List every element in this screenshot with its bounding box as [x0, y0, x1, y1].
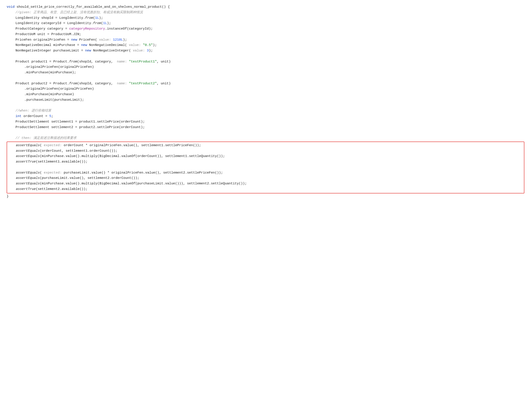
line-product1-chain1: .originalPriceFen(originalPriceFen) [7, 64, 524, 70]
comment-when-text: //when: 进行价格结算 [16, 109, 51, 113]
assert-equals-3: assertEquals [16, 154, 40, 158]
line-ordercount: int orderCount = 5; [7, 114, 524, 119]
assert-equals-2: assertEquals [16, 149, 40, 153]
product2-name: "testProduct2" [129, 82, 157, 86]
line-product1: Product product1 = Product.from(shopId, … [7, 59, 524, 65]
assert2-1: assertEquals( expected: purchaseLimit.va… [16, 170, 522, 176]
blank3 [7, 103, 524, 108]
code-container: void should_settle_price_correctly_for_a… [7, 4, 524, 199]
value-label3: value: [131, 49, 145, 53]
void-keyword: void [7, 5, 15, 9]
comment-then-text: // then: 满足前述注释描述的结果要求 [16, 136, 77, 140]
assert2-3: assertEquals(minPurchase.value().multipl… [16, 181, 522, 187]
blank2 [7, 75, 524, 81]
blank5 [16, 165, 522, 170]
assert-block: assertEquals( expected: orderCount * ori… [7, 142, 524, 194]
assert-true-1: assertTrue [16, 160, 36, 164]
function-name: should_settle_price_correctly_for_availa… [16, 5, 162, 9]
comment-when: //when: 进行价格结算 [7, 108, 524, 114]
line-categoryid: LongIdentity categoryId = LongIdentity.f… [7, 21, 524, 26]
line-purchaselimit: NonNegativeInteger purchaseLimit = new N… [7, 48, 524, 54]
comment-then: // then: 满足前述注释描述的结果要求 [7, 135, 524, 141]
line-product1-chain2: .minPurchase(minPurchase); [7, 70, 524, 75]
jin-const: JIN [73, 32, 79, 36]
expected-label1: expected: [42, 144, 62, 147]
price-val: 1210L [113, 38, 123, 42]
line-shopid: LongIdentity shopId = LongIdentity.from(… [7, 15, 524, 21]
value-label1: value: [97, 38, 111, 42]
expected-label2: expected: [42, 171, 62, 175]
valueof-method2: valueOf [121, 182, 135, 185]
from-method: from [85, 16, 93, 20]
ordercount-val: 5 [49, 114, 51, 118]
line-product2-chain2: .minPurchase(minPurchase) [7, 92, 524, 97]
new-keyword: new [71, 38, 77, 42]
function-signature: void should_settle_price_correctly_for_a… [7, 4, 524, 10]
line-settlement1: ProductSettlement settlement1 = product1… [7, 119, 524, 125]
assert1-1: assertEquals( expected: orderCount * ori… [16, 143, 522, 148]
line-originalprice: PriceFen originalPriceFen = new PriceFen… [7, 37, 524, 43]
comment-given: //given: 正常商品、有货、且已经上架、没有优惠折扣、有或没有购买限制两种… [7, 10, 524, 15]
line-product2-chain1: .originalPriceFen(originalPriceFen) [7, 86, 524, 92]
name-label1: name: [115, 60, 127, 64]
comment-given-text: //given: 正常商品、有货、且已经上架、没有优惠折扣、有或没有购买限制两种… [16, 11, 143, 14]
assert-equals-1: assertEquals [16, 144, 40, 147]
blank1 [7, 54, 524, 59]
minpurchase-val: "0.5" [143, 43, 153, 47]
assert1-4: assertTrue(settlement1.available()); [16, 159, 522, 165]
assert2-2: assertEquals(purchaseLimit.value(), sett… [16, 176, 522, 181]
value-label2: value: [127, 43, 141, 47]
categoryid-val: 1L [103, 21, 107, 25]
line-product2: Product product2 = Product.from(shopId, … [7, 81, 524, 87]
assert2-4: assertTrue(settlement2.available()); [16, 187, 522, 192]
assert-equals-5: assertEquals [16, 176, 40, 180]
line-category: ProductCategory category = categoryRepos… [7, 26, 524, 32]
line-unit: ProductUoM unit = ProductUoM.JIN; [7, 32, 524, 37]
line-product2-chain3: .purchaseLimit(purchaseLimit); [7, 97, 524, 103]
category-repo-ref: categoryRepository [69, 27, 105, 31]
from-method2: from [93, 21, 101, 25]
line-minpurchase: NonNegativeDecimal minPurchase = new Non… [7, 43, 524, 48]
closing-brace: } [7, 194, 524, 199]
assert1-3: assertEquals(minPurchase.value().multipl… [16, 154, 522, 159]
shopid-val: 1L [95, 16, 99, 20]
purchaselimit-val: 3 [147, 49, 149, 53]
name-label2: name: [115, 82, 127, 86]
new-keyword3: new [85, 49, 91, 53]
product1-name: "testProduct1" [129, 60, 157, 64]
valueof-method1: valueOf [121, 154, 135, 158]
assert-equals-6: assertEquals [16, 182, 40, 185]
assert-true-2: assertTrue [16, 187, 36, 191]
new-keyword2: new [81, 43, 87, 47]
int-keyword: int [16, 114, 21, 118]
assert-equals-4: assertEquals [16, 171, 40, 175]
from-method3: from [69, 60, 77, 64]
from-method4: from [69, 82, 77, 86]
assert1-2: assertEquals(orderCount, settlement1.ord… [16, 148, 522, 154]
line-settlement2: ProductSettlement settlement2 = product2… [7, 125, 524, 130]
blank4 [7, 130, 524, 135]
